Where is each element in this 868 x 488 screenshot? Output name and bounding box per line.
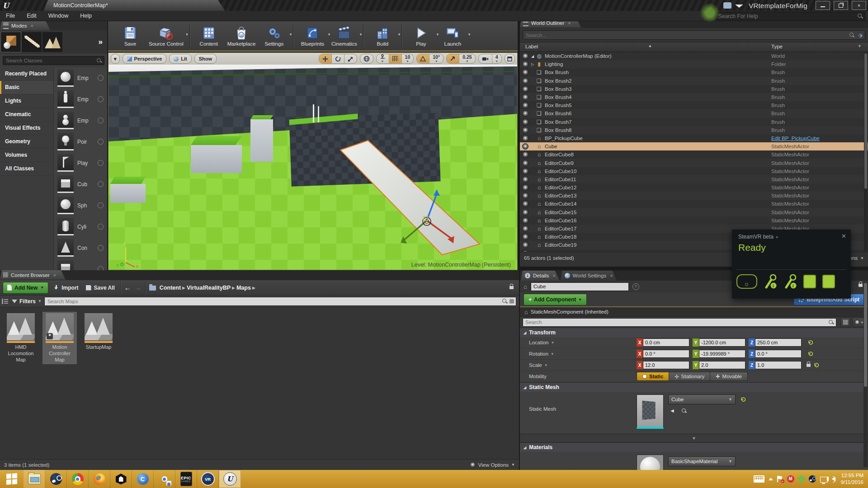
visibility-eye-icon[interactable]	[522, 143, 528, 150]
scale-y-input[interactable]: 2.0	[699, 361, 745, 369]
mode-category-all-classes[interactable]: All Classes	[0, 162, 53, 176]
taskbar-app-unreal[interactable]: U	[219, 470, 241, 488]
viewport-scene[interactable]: z x y Level: MotionControllerMap (Persis…	[108, 65, 517, 270]
visibility-eye-icon[interactable]	[522, 69, 528, 75]
play-button[interactable]: ▾Play	[405, 25, 437, 47]
grid-snap-button[interactable]	[389, 54, 402, 63]
column-label[interactable]: Label	[525, 44, 538, 49]
restore-button[interactable]	[834, 1, 848, 10]
tab-details[interactable]: i Details ×	[521, 271, 560, 281]
build-button[interactable]: ▾Build	[367, 25, 398, 47]
outliner-filter-icon[interactable]: ⬗	[859, 32, 863, 38]
mode-category-volumes[interactable]: Volumes	[0, 149, 53, 162]
section-transform[interactable]: ◢Transform	[520, 328, 868, 337]
close-icon[interactable]: ×	[31, 23, 33, 28]
visibility-eye-icon[interactable]	[522, 94, 528, 100]
location-x-input[interactable]: 0.0 cm	[643, 338, 689, 347]
scale-tool-button[interactable]	[344, 54, 357, 63]
outliner-row[interactable]: ⌂EditorCube10StaticMeshActor	[520, 167, 868, 175]
taskbar-app-chrome[interactable]	[67, 470, 89, 488]
visibility-eye-icon[interactable]	[522, 242, 528, 248]
outliner-row[interactable]: ⌂EditorCube16StaticMeshActor	[520, 216, 868, 225]
visibility-eye-icon[interactable]	[522, 102, 528, 108]
close-button[interactable]: ×	[852, 1, 866, 10]
search-classes-input[interactable]	[3, 58, 97, 63]
close-icon[interactable]: ✕	[841, 233, 846, 239]
grid-snap-value-button[interactable]: 10▼	[402, 54, 414, 63]
tray-expand-icon[interactable]	[769, 478, 773, 480]
search-classes-field[interactable]	[3, 56, 104, 65]
placeable-item[interactable]: Con	[54, 237, 107, 258]
rotation-snap-button[interactable]	[417, 54, 429, 63]
taskbar-app-chrome-profile[interactable]	[154, 470, 175, 488]
mega-tray-icon[interactable]: M	[787, 475, 794, 483]
launch-button[interactable]: ▾Launch	[437, 25, 468, 47]
mobility-static-button[interactable]: Static	[637, 372, 669, 381]
location-y-input[interactable]: -1200.0 cm	[699, 338, 745, 347]
camera-speed-button[interactable]	[479, 54, 492, 63]
location-z-input[interactable]: 250.0 cm	[755, 338, 802, 347]
content-search-input[interactable]	[45, 299, 502, 304]
placeable-item[interactable]: Cub	[54, 174, 107, 195]
rotation-z-input[interactable]: 0.0 °	[755, 350, 802, 358]
source-control-button[interactable]: ▾Source Control	[146, 25, 186, 47]
outliner-scrollbar[interactable]	[864, 52, 868, 251]
reset-rotation-icon[interactable]	[807, 351, 813, 357]
mode-paint-button[interactable]	[22, 32, 42, 52]
taskbar-app-firefox[interactable]	[89, 470, 110, 488]
help-search[interactable]	[715, 12, 865, 20]
asset-tile[interactable]: HMD Locomotion Map	[4, 312, 38, 364]
menu-file[interactable]: File	[0, 11, 21, 21]
visibility-eye-icon[interactable]	[522, 78, 528, 84]
steam-tray-icon[interactable]	[809, 475, 816, 483]
static-mesh-thumbnail[interactable]	[637, 394, 664, 429]
edit-blueprint-link[interactable]: Edit BP_PickupCube	[771, 136, 820, 141]
minimize-button[interactable]	[816, 1, 830, 10]
clock[interactable]: 12:55 PM 9/11/2016	[839, 472, 863, 486]
rotation-label[interactable]: Rotation▼	[520, 351, 637, 357]
mobility-stationary-button[interactable]: ⊹Stationary	[669, 372, 710, 381]
type-filter-icon[interactable]: ▼	[858, 44, 862, 48]
dropdown-arrow-icon[interactable]: ▾	[468, 32, 471, 37]
controller-icon[interactable]: i	[764, 274, 777, 289]
close-icon[interactable]: ×	[53, 272, 56, 278]
mode-place-button[interactable]	[1, 32, 21, 52]
visibility-eye-icon[interactable]	[522, 234, 528, 240]
dropdown-arrow-icon[interactable]: ▾	[360, 32, 362, 37]
taskbar-app-vr[interactable]: VR	[197, 470, 219, 488]
outliner-search-input[interactable]	[523, 33, 849, 38]
outliner-row[interactable]: ❑Box Brush6Brush	[520, 109, 868, 117]
tab-content-browser[interactable]: Content Browser ×	[0, 270, 66, 280]
placeable-item[interactable]: Cyli	[54, 216, 107, 237]
tab-modes[interactable]: Modes ×	[0, 21, 50, 30]
move-tool-button[interactable]	[319, 54, 332, 63]
perspective-button[interactable]: Perspective	[123, 54, 167, 64]
scale-snap-value-button[interactable]: 0.25▼	[459, 54, 475, 63]
visibility-eye-icon[interactable]	[522, 127, 528, 133]
close-icon[interactable]: ×	[552, 273, 555, 278]
start-button[interactable]	[0, 470, 24, 488]
details-search-input[interactable]	[523, 318, 836, 327]
mode-category-recently-placed[interactable]: Recently Placed	[0, 67, 53, 81]
content-button[interactable]: Content	[193, 25, 225, 47]
view-options-button[interactable]: View Options▼	[470, 462, 515, 468]
scale-label[interactable]: Scale▼	[520, 362, 637, 368]
cinematics-button[interactable]: ▾Cinematics	[328, 25, 360, 47]
save-search-icon[interactable]	[509, 299, 514, 304]
surface-snap-button[interactable]: ▼	[377, 54, 389, 63]
sources-panel-icon[interactable]	[2, 299, 9, 304]
taskbar-app-steam[interactable]	[45, 470, 67, 488]
rotation-x-input[interactable]: 0.0 °	[643, 350, 689, 358]
taskbar-app-epic-games[interactable]: EPICGAMES	[175, 470, 197, 488]
visibility-eye-icon[interactable]	[522, 209, 528, 216]
reset-mesh-icon[interactable]	[740, 397, 745, 402]
add-new-button[interactable]: Add New▼	[3, 282, 48, 294]
settings-button[interactable]: ▾Settings	[258, 25, 290, 47]
visibility-eye-icon[interactable]	[522, 160, 528, 166]
visibility-eye-icon[interactable]	[522, 217, 528, 224]
lit-button[interactable]: Lit	[169, 54, 191, 64]
placeable-item[interactable]: Play	[54, 152, 107, 174]
mode-category-lights[interactable]: Lights	[0, 94, 53, 108]
taskbar-app-unity[interactable]	[110, 470, 132, 488]
import-button[interactable]: Import	[52, 285, 80, 291]
